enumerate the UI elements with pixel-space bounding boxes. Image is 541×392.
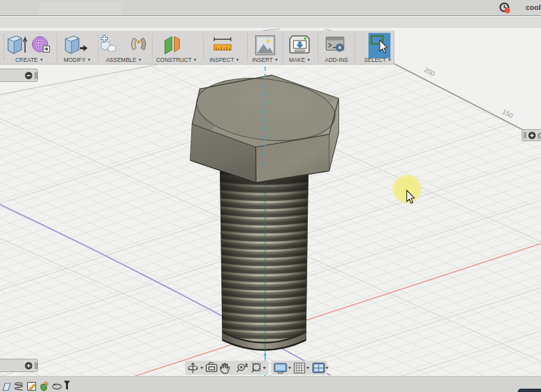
svg-text:G: G [538,132,541,140]
svg-text:150: 150 [501,108,514,120]
